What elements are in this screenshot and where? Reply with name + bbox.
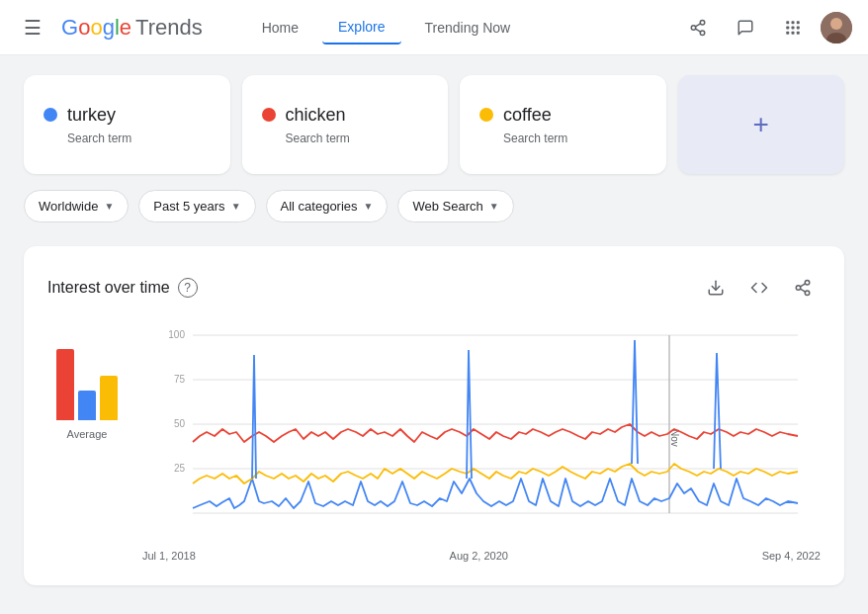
add-search-term-card[interactable]: + bbox=[678, 75, 845, 174]
svg-line-21 bbox=[800, 289, 805, 292]
search-card-header-turkey: turkey bbox=[43, 105, 211, 126]
embed-icon bbox=[750, 279, 768, 297]
filter-category-label: All categories bbox=[281, 199, 358, 214]
chart-share-icon bbox=[794, 279, 812, 297]
svg-rect-8 bbox=[786, 26, 789, 29]
coffee-name: coffee bbox=[503, 105, 552, 126]
filter-type-chevron: ▼ bbox=[489, 201, 499, 212]
search-card-turkey[interactable]: turkey Search term bbox=[24, 75, 230, 174]
filter-time-label: Past 5 years bbox=[153, 199, 224, 214]
svg-text:50: 50 bbox=[174, 418, 186, 429]
avg-bar-chicken bbox=[56, 349, 74, 420]
menu-icon[interactable]: ☰ bbox=[16, 8, 49, 47]
search-card-header-chicken: chicken bbox=[262, 105, 429, 126]
filter-location-label: Worldwide bbox=[39, 199, 98, 214]
chart-header: Interest over time ? bbox=[47, 270, 821, 306]
svg-rect-5 bbox=[786, 21, 789, 24]
nav-explore[interactable]: Explore bbox=[322, 11, 400, 44]
search-terms-row: turkey Search term chicken Search term c… bbox=[24, 75, 844, 174]
avg-bar-turkey bbox=[78, 391, 96, 420]
trend-chart-svg: 100 75 50 25 Nov bbox=[142, 325, 821, 543]
share-icon bbox=[689, 19, 707, 37]
filter-type-label: Web Search bbox=[412, 199, 482, 214]
filter-location[interactable]: Worldwide ▼ bbox=[24, 190, 129, 222]
nav-trending-now[interactable]: Trending Now bbox=[409, 12, 527, 44]
avg-bar-coffee bbox=[100, 376, 118, 420]
svg-line-3 bbox=[695, 29, 700, 32]
svg-line-4 bbox=[695, 23, 700, 26]
svg-rect-11 bbox=[786, 31, 789, 34]
nav-home[interactable]: Home bbox=[246, 12, 314, 44]
message-button[interactable] bbox=[726, 8, 765, 47]
chicken-name: chicken bbox=[286, 105, 346, 126]
chart-title: Interest over time bbox=[47, 279, 170, 297]
chart-share-button[interactable] bbox=[785, 270, 821, 306]
apps-button[interactable] bbox=[773, 8, 813, 47]
chart-avg: Average bbox=[47, 325, 127, 562]
embed-button[interactable] bbox=[741, 270, 777, 306]
download-icon bbox=[707, 279, 725, 297]
header-actions bbox=[678, 8, 852, 47]
turkey-name: turkey bbox=[67, 105, 116, 126]
logo-text: Google bbox=[61, 15, 131, 41]
svg-rect-10 bbox=[797, 26, 800, 29]
filter-category-chevron: ▼ bbox=[364, 201, 374, 212]
svg-text:100: 100 bbox=[168, 329, 185, 340]
search-card-coffee[interactable]: coffee Search term bbox=[460, 75, 666, 174]
coffee-type: Search term bbox=[503, 132, 647, 145]
svg-rect-12 bbox=[792, 31, 795, 34]
logo-trends-text: Trends bbox=[135, 15, 203, 41]
svg-rect-6 bbox=[792, 21, 795, 24]
svg-rect-13 bbox=[797, 31, 800, 34]
avg-bars bbox=[56, 325, 118, 424]
filter-time-chevron: ▼ bbox=[231, 201, 241, 212]
x-label-3: Sep 4, 2022 bbox=[762, 550, 821, 562]
x-label-2: Aug 2, 2020 bbox=[450, 550, 508, 562]
avatar[interactable] bbox=[821, 12, 852, 44]
help-label: ? bbox=[184, 281, 191, 295]
header: ☰ Google Trends Home Explore Trending No… bbox=[0, 0, 868, 55]
search-card-chicken[interactable]: chicken Search term bbox=[242, 75, 449, 174]
chart-area: Average 100 75 50 25 Nov bbox=[47, 325, 821, 562]
avatar-image bbox=[821, 12, 852, 44]
add-icon: + bbox=[753, 109, 769, 140]
svg-text:75: 75 bbox=[174, 374, 186, 385]
filter-category[interactable]: All categories ▼ bbox=[266, 190, 389, 222]
filter-type[interactable]: Web Search ▼ bbox=[397, 190, 513, 222]
download-button[interactable] bbox=[698, 270, 734, 306]
avg-label: Average bbox=[67, 428, 108, 440]
search-card-header-coffee: coffee bbox=[479, 105, 647, 126]
message-icon bbox=[737, 19, 754, 37]
svg-rect-9 bbox=[792, 26, 795, 29]
main-content: turkey Search term chicken Search term c… bbox=[0, 55, 868, 605]
chicken-dot bbox=[262, 108, 276, 122]
filters-row: Worldwide ▼ Past 5 years ▼ All categorie… bbox=[24, 190, 844, 222]
svg-rect-7 bbox=[797, 21, 800, 24]
header-nav: Home Explore Trending Now bbox=[246, 11, 526, 44]
coffee-dot bbox=[479, 108, 493, 122]
x-label-1: Jul 1, 2018 bbox=[142, 550, 196, 562]
chicken-type: Search term bbox=[286, 132, 429, 145]
turkey-type: Search term bbox=[67, 132, 211, 145]
share-button[interactable] bbox=[678, 8, 718, 47]
header-left: ☰ Google Trends Home Explore Trending No… bbox=[16, 8, 526, 47]
apps-icon bbox=[784, 19, 802, 37]
chart-card: Interest over time ? bbox=[24, 246, 844, 585]
filter-location-chevron: ▼ bbox=[104, 201, 114, 212]
help-icon[interactable]: ? bbox=[178, 278, 198, 298]
logo[interactable]: Google Trends bbox=[61, 15, 203, 41]
svg-text:25: 25 bbox=[174, 463, 186, 474]
svg-point-15 bbox=[830, 18, 842, 30]
turkey-dot bbox=[43, 108, 57, 122]
svg-line-22 bbox=[800, 284, 805, 287]
chart-actions bbox=[698, 270, 821, 306]
x-axis-labels: Jul 1, 2018 Aug 2, 2020 Sep 4, 2022 bbox=[142, 550, 821, 562]
filter-time[interactable]: Past 5 years ▼ bbox=[138, 190, 255, 222]
chart-svg-container: 100 75 50 25 Nov bbox=[142, 325, 821, 562]
